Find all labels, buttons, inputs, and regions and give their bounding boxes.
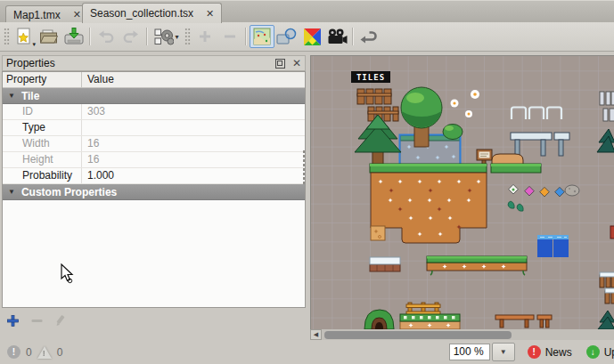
save-button[interactable] (61, 25, 86, 48)
tab-label: Map1.tmx (13, 9, 61, 21)
zoom-out-button[interactable] (217, 25, 242, 48)
toolbar-separator (89, 28, 91, 45)
collision-editor-button[interactable] (274, 25, 299, 48)
zoom-in-button[interactable] (192, 25, 217, 48)
properties-actions (7, 314, 69, 327)
terrain-colors-icon (304, 28, 321, 45)
redo-button[interactable] (119, 25, 143, 48)
collapse-triangle-icon: ▼ (8, 92, 15, 100)
warning-count: 0 (57, 346, 63, 359)
tab-bar: Map1.tmx ✕ Season_collection.tsx ✕ (0, 0, 614, 22)
svg-text:TILES: TILES (356, 73, 385, 82)
tiled-window: { "tabs": [ {"label": "Map1.tmx", "activ… (0, 0, 614, 364)
add-property-button[interactable] (7, 315, 19, 327)
panel-splitter-handle[interactable] (302, 150, 306, 185)
news-button[interactable]: ! News (528, 345, 572, 359)
map-icon (253, 28, 271, 45)
property-row-type[interactable]: Type (3, 120, 305, 136)
close-panel-icon[interactable]: ✕ (292, 58, 301, 69)
news-icon: ! (528, 345, 541, 359)
movie-camera-icon (326, 28, 348, 45)
tab-label: Season_collection.tsx (90, 7, 193, 20)
group-header-custom-properties[interactable]: ▼ Custom Properties (3, 184, 305, 200)
property-row-width[interactable]: Width 16 (3, 136, 305, 152)
close-icon[interactable]: ✕ (73, 10, 81, 20)
edit-property-button[interactable] (55, 314, 69, 327)
tileset-canvas[interactable]: TILES (310, 55, 614, 329)
property-row-id[interactable]: ID 303 (3, 104, 305, 120)
undo-button[interactable] (94, 25, 119, 48)
checker-platform-tile (400, 314, 460, 329)
tab-season-collection[interactable]: Season_collection.tsx ✕ (82, 3, 222, 23)
tab-map1[interactable]: Map1.tmx ✕ (5, 5, 89, 23)
error-icon[interactable]: ! (7, 345, 20, 359)
tiles-overlay-label: TILES (351, 71, 390, 83)
redo-icon (122, 29, 140, 44)
sand-tile (371, 226, 385, 240)
float-panel-icon[interactable] (275, 59, 285, 69)
collapse-triangle-icon: ▼ (8, 188, 15, 196)
bush-tile (443, 125, 463, 140)
main-toolbar: ▾ (0, 22, 614, 52)
toolbar-separator (352, 28, 354, 45)
minus-icon (224, 30, 236, 43)
properties-panel-titlebar[interactable]: Properties ✕ (2, 55, 306, 71)
property-row-height[interactable]: Height 16 (3, 152, 305, 168)
statusbar-right: 100 % ▼ ! News ↓ Up (449, 340, 614, 364)
chevron-down-icon: ▾ (32, 41, 36, 47)
save-icon (63, 27, 85, 46)
toolbar-separator (146, 28, 148, 45)
toolbar-separator (245, 28, 247, 45)
terrain-sets-button[interactable] (299, 25, 324, 48)
update-button[interactable]: ↓ Up (586, 345, 614, 359)
toolbar-drag-handle[interactable] (4, 28, 10, 45)
property-row-probability[interactable]: Probability 1.000 (3, 168, 305, 184)
status-bar: ! 0 ! 0 100 % ▼ ! News ↓ Up (0, 340, 614, 364)
close-icon[interactable]: ✕ (206, 9, 214, 19)
undo-icon (97, 29, 115, 44)
chevron-down-icon: ▾ (175, 33, 178, 41)
issue-counters: ! 0 ! 0 (7, 340, 62, 364)
properties-table: Property Value ▼ Tile ID 303 Type Width … (2, 71, 306, 308)
error-count: 0 (26, 346, 32, 359)
return-arrow-icon (360, 29, 378, 44)
group-header-tile[interactable]: ▼ Tile (3, 88, 305, 104)
new-file-icon (14, 27, 34, 46)
shapes-icon (276, 28, 298, 45)
tileset-view-button[interactable] (250, 25, 274, 48)
automap-button[interactable]: ▾ (151, 25, 183, 48)
automap-gears-icon (154, 28, 174, 45)
new-file-button[interactable]: ▾ (12, 25, 37, 48)
update-icon: ↓ (586, 345, 600, 359)
panel-title: Properties (6, 57, 275, 69)
column-header-property: Property (3, 72, 81, 87)
open-file-button[interactable] (37, 25, 61, 48)
zoom-level-input[interactable]: 100 % (449, 344, 490, 360)
reset-view-button[interactable] (356, 25, 381, 48)
scroll-left-arrow-icon[interactable]: ◀ (310, 329, 322, 340)
column-header-value: Value (81, 72, 305, 87)
red-tile (610, 226, 614, 239)
scrollbar-thumb[interactable] (324, 331, 512, 339)
tileset-image: TILES (311, 56, 614, 329)
warning-icon[interactable]: ! (37, 346, 52, 359)
remove-property-button[interactable] (31, 315, 43, 327)
tileset-hscrollbar[interactable]: ◀ (310, 329, 614, 340)
toolbar-drag-handle[interactable] (184, 28, 191, 45)
tile-animation-button[interactable] (324, 25, 349, 48)
plus-icon (199, 30, 211, 43)
table-header: Property Value (3, 72, 305, 88)
open-folder-icon (39, 28, 59, 45)
zoom-dropdown-button[interactable]: ▼ (492, 343, 515, 361)
snow-platform-tile (370, 257, 400, 271)
